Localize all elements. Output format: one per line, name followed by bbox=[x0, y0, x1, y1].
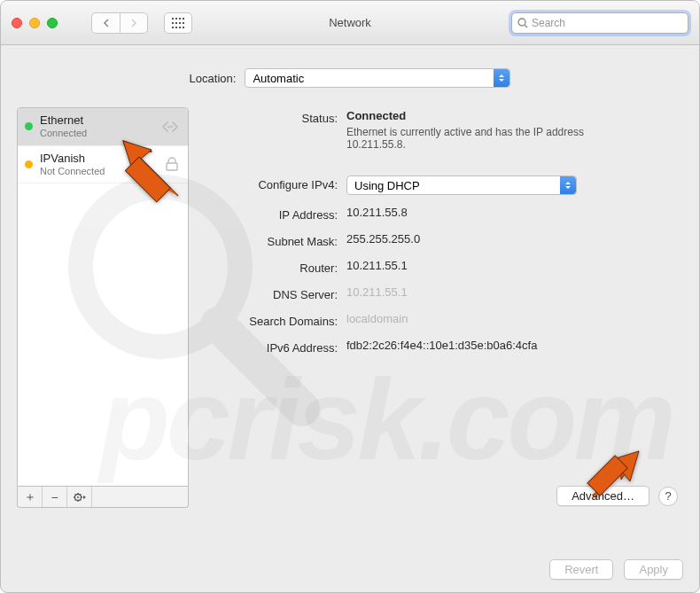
status-label: Status: bbox=[208, 109, 338, 125]
router-label: Router: bbox=[208, 259, 338, 275]
location-value: Automatic bbox=[253, 72, 304, 85]
search-domains-value: localdomain bbox=[346, 312, 408, 325]
show-all-button[interactable] bbox=[164, 12, 192, 34]
svg-rect-8 bbox=[172, 27, 174, 28]
svg-rect-17 bbox=[167, 163, 177, 170]
mask-row: Subnet Mask: 255.255.255.0 bbox=[208, 232, 678, 248]
svg-rect-4 bbox=[172, 22, 174, 24]
service-list[interactable]: Ethernet Connected IPVanish Not Connecte… bbox=[17, 107, 189, 487]
service-name: Ethernet bbox=[40, 114, 87, 128]
bottom-bar: Revert Apply bbox=[549, 559, 683, 580]
ip-row: IP Address: 10.211.55.8 bbox=[208, 206, 678, 222]
mask-label: Subnet Mask: bbox=[208, 232, 338, 248]
zoom-window-button[interactable] bbox=[47, 18, 58, 28]
svg-rect-2 bbox=[179, 18, 181, 20]
svg-rect-5 bbox=[175, 22, 177, 24]
minus-icon: − bbox=[51, 490, 58, 504]
forward-button[interactable] bbox=[120, 12, 148, 34]
help-button[interactable]: ? bbox=[658, 487, 678, 506]
columns: Ethernet Connected IPVanish Not Connecte… bbox=[17, 107, 683, 508]
svg-rect-6 bbox=[179, 22, 181, 24]
details-pane: Status: Connected Ethernet is currently … bbox=[203, 107, 683, 508]
svg-rect-9 bbox=[175, 27, 177, 28]
window-controls bbox=[12, 18, 58, 28]
service-actions-button[interactable] bbox=[67, 487, 92, 507]
gear-icon bbox=[73, 491, 87, 503]
dns-row: DNS Server: 10.211.55.1 bbox=[208, 285, 678, 301]
advanced-row: Advanced… ? bbox=[556, 486, 678, 506]
location-popup[interactable]: Automatic bbox=[245, 68, 510, 88]
service-text: IPVanish Not Connected bbox=[40, 152, 105, 177]
svg-rect-10 bbox=[179, 27, 181, 28]
dns-value: 10.211.55.1 bbox=[346, 285, 408, 299]
location-label: Location: bbox=[190, 72, 237, 85]
popup-arrows-icon bbox=[560, 176, 576, 194]
configure-value: Using DHCP bbox=[354, 179, 420, 192]
plus-icon: ＋ bbox=[24, 489, 36, 505]
nav-buttons bbox=[91, 12, 148, 34]
mask-value: 255.255.255.0 bbox=[346, 232, 420, 246]
ipv6-value: fdb2:2c26:f4e4::10e1:d35e:b0a6:4cfa bbox=[346, 339, 537, 352]
body: Location: Automatic Ethernet Connected bbox=[1, 45, 699, 520]
minimize-window-button[interactable] bbox=[29, 18, 40, 28]
service-list-footer: ＋ − bbox=[17, 487, 189, 508]
service-item-ipvanish[interactable]: IPVanish Not Connected bbox=[18, 146, 188, 184]
search-domains-row: Search Domains: localdomain bbox=[208, 312, 678, 328]
svg-line-27 bbox=[80, 494, 81, 495]
status-row: Status: Connected Ethernet is currently … bbox=[208, 109, 678, 151]
dns-label: DNS Server: bbox=[208, 285, 338, 301]
svg-rect-7 bbox=[183, 22, 184, 24]
configure-ipv4-popup[interactable]: Using DHCP bbox=[346, 176, 577, 195]
search-icon bbox=[517, 18, 528, 28]
service-status: Connected bbox=[40, 128, 87, 139]
ip-label: IP Address: bbox=[208, 206, 338, 222]
svg-rect-3 bbox=[183, 18, 184, 20]
network-preferences-window: Network Location: Automatic Ethernet bbox=[0, 0, 700, 593]
chevron-right-icon bbox=[130, 19, 137, 27]
service-item-ethernet[interactable]: Ethernet Connected bbox=[18, 108, 188, 146]
status-value: Connected bbox=[346, 109, 630, 122]
service-sidebar: Ethernet Connected IPVanish Not Connecte… bbox=[17, 107, 189, 508]
svg-line-25 bbox=[80, 499, 81, 500]
svg-line-26 bbox=[74, 499, 75, 500]
popup-arrows-icon bbox=[494, 69, 509, 87]
revert-button[interactable]: Revert bbox=[549, 559, 613, 580]
router-row: Router: 10.211.55.1 bbox=[208, 259, 678, 275]
advanced-button[interactable]: Advanced… bbox=[556, 486, 649, 506]
svg-line-24 bbox=[74, 494, 75, 495]
vpn-lock-icon bbox=[163, 156, 181, 172]
svg-rect-11 bbox=[183, 27, 184, 28]
svg-point-12 bbox=[518, 19, 525, 26]
svg-point-19 bbox=[77, 496, 79, 498]
ipv6-row: IPv6 Address: fdb2:2c26:f4e4::10e1:d35e:… bbox=[208, 339, 678, 355]
router-value: 10.211.55.1 bbox=[346, 259, 408, 272]
location-row: Location: Automatic bbox=[17, 68, 683, 88]
ethernet-icon bbox=[159, 119, 181, 135]
apply-button[interactable]: Apply bbox=[624, 559, 683, 580]
svg-point-16 bbox=[171, 126, 173, 128]
search-domains-label: Search Domains: bbox=[208, 312, 338, 328]
svg-line-13 bbox=[525, 25, 527, 27]
close-window-button[interactable] bbox=[12, 18, 22, 28]
search-input[interactable] bbox=[532, 17, 682, 29]
service-name: IPVanish bbox=[40, 152, 105, 166]
status-dot-idle-icon bbox=[25, 160, 33, 168]
grid-icon bbox=[172, 18, 184, 28]
status-subtext: Ethernet is currently active and has the… bbox=[346, 126, 630, 151]
service-status: Not Connected bbox=[40, 166, 105, 177]
add-service-button[interactable]: ＋ bbox=[18, 487, 43, 507]
configure-label: Configure IPv4: bbox=[208, 176, 338, 191]
back-button[interactable] bbox=[91, 12, 120, 34]
svg-rect-0 bbox=[172, 18, 174, 20]
remove-service-button[interactable]: − bbox=[43, 487, 67, 507]
svg-rect-1 bbox=[175, 18, 177, 20]
ipv6-label: IPv6 Address: bbox=[208, 339, 338, 355]
search-field-wrap[interactable] bbox=[511, 12, 688, 34]
svg-point-15 bbox=[169, 126, 171, 128]
svg-point-14 bbox=[167, 126, 169, 128]
chevron-left-icon bbox=[103, 19, 110, 27]
titlebar: Network bbox=[1, 1, 699, 45]
configure-row: Configure IPv4: Using DHCP bbox=[208, 176, 678, 195]
service-text: Ethernet Connected bbox=[40, 114, 87, 139]
ip-value: 10.211.55.8 bbox=[346, 206, 408, 219]
